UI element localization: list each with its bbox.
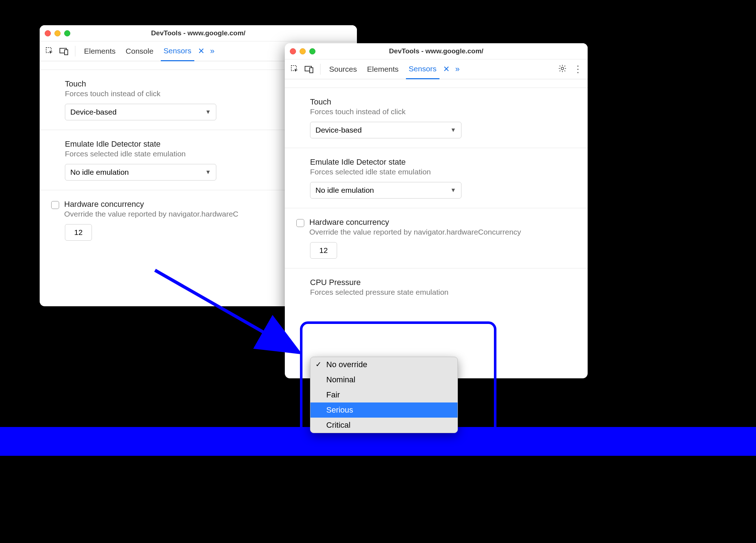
- close-dot[interactable]: [290, 48, 296, 54]
- separator: [75, 46, 75, 57]
- touch-label: Touch: [310, 97, 577, 107]
- separator: [320, 64, 320, 75]
- settings-icon[interactable]: [558, 64, 567, 75]
- hw-desc: Override the value reported by navigator…: [309, 228, 521, 236]
- close-tab-icon[interactable]: ✕: [198, 46, 204, 56]
- pressure-option-serious[interactable]: Serious: [310, 402, 457, 418]
- touch-select-value: Device-based: [70, 108, 116, 116]
- hw-value: 12: [74, 228, 83, 237]
- titlebar: DevTools - www.google.com/: [40, 25, 357, 41]
- touch-desc: Forces touch instead of click: [310, 107, 577, 116]
- toolbar: Sources Elements Sensors ✕ » ⋮: [285, 59, 588, 79]
- inspect-icon[interactable]: [290, 64, 300, 74]
- caret-icon: ▼: [205, 169, 211, 175]
- device-toggle-icon[interactable]: [59, 46, 69, 56]
- panel-body: Touch Forces touch instead of click Devi…: [285, 79, 588, 306]
- pressure-dropdown[interactable]: No override Nominal Fair Serious Critica…: [310, 357, 458, 433]
- pressure-option-critical[interactable]: Critical: [310, 418, 457, 433]
- hw-label: Hardware concurrency: [64, 200, 238, 209]
- pressure-option-no-override[interactable]: No override: [310, 357, 457, 372]
- tab-sensors[interactable]: Sensors: [406, 60, 439, 79]
- minimize-dot[interactable]: [300, 48, 306, 54]
- idle-select-value: No idle emulation: [315, 186, 374, 195]
- svg-rect-5: [310, 68, 313, 73]
- idle-label: Emulate Idle Detector state: [310, 157, 577, 167]
- pressure-label: CPU Pressure: [310, 278, 577, 287]
- more-menu-icon[interactable]: ⋮: [573, 64, 583, 74]
- more-tabs-icon[interactable]: »: [210, 46, 215, 56]
- caret-icon: ▼: [450, 187, 456, 193]
- idle-desc: Forces selected idle state emulation: [310, 168, 577, 176]
- window-title: DevTools - www.google.com/: [151, 29, 246, 37]
- tab-elements[interactable]: Elements: [81, 41, 119, 61]
- svg-rect-2: [65, 50, 68, 55]
- idle-select-value: No idle emulation: [70, 168, 129, 177]
- idle-section: Emulate Idle Detector state Forces selec…: [285, 148, 588, 208]
- caret-icon: ▼: [450, 127, 456, 133]
- tab-sources[interactable]: Sources: [326, 59, 360, 79]
- hw-section: Hardware concurrency Override the value …: [285, 208, 588, 268]
- hw-input[interactable]: 12: [65, 224, 92, 241]
- tab-elements[interactable]: Elements: [364, 59, 402, 79]
- idle-select[interactable]: No idle emulation ▼: [310, 182, 461, 199]
- cpu-pressure-section: CPU Pressure Forces selected pressure st…: [285, 268, 588, 306]
- tab-console[interactable]: Console: [123, 41, 156, 61]
- pressure-desc: Forces selected pressure state emulation: [310, 288, 577, 297]
- zoom-dot[interactable]: [64, 30, 70, 36]
- hw-checkbox[interactable]: [51, 201, 59, 209]
- devtools-window-right: DevTools - www.google.com/ Sources Eleme…: [285, 43, 588, 378]
- device-toggle-icon[interactable]: [304, 64, 314, 74]
- close-dot[interactable]: [45, 30, 51, 36]
- pressure-option-nominal[interactable]: Nominal: [310, 372, 457, 387]
- touch-select[interactable]: Device-based ▼: [65, 104, 216, 120]
- hw-input[interactable]: 12: [310, 242, 337, 259]
- titlebar: DevTools - www.google.com/: [285, 43, 588, 59]
- hw-checkbox[interactable]: [296, 219, 304, 227]
- zoom-dot[interactable]: [309, 48, 315, 54]
- pressure-option-fair[interactable]: Fair: [310, 387, 457, 402]
- hw-label: Hardware concurrency: [309, 218, 521, 227]
- idle-select[interactable]: No idle emulation ▼: [65, 164, 216, 181]
- svg-point-6: [561, 67, 564, 70]
- more-tabs-icon[interactable]: »: [455, 64, 460, 74]
- close-tab-icon[interactable]: ✕: [443, 64, 450, 74]
- touch-select-value: Device-based: [315, 126, 362, 134]
- traffic-lights: [45, 30, 70, 36]
- hw-value: 12: [319, 246, 328, 255]
- caret-icon: ▼: [205, 109, 211, 115]
- window-title: DevTools - www.google.com/: [389, 47, 483, 55]
- traffic-lights: [290, 48, 315, 54]
- minimize-dot[interactable]: [54, 30, 61, 36]
- tab-sensors[interactable]: Sensors: [161, 42, 194, 61]
- inspect-icon[interactable]: [45, 46, 55, 56]
- touch-section: Touch Forces touch instead of click Devi…: [285, 88, 588, 148]
- hw-desc: Override the value reported by navigator…: [64, 210, 238, 218]
- touch-select[interactable]: Device-based ▼: [310, 122, 461, 138]
